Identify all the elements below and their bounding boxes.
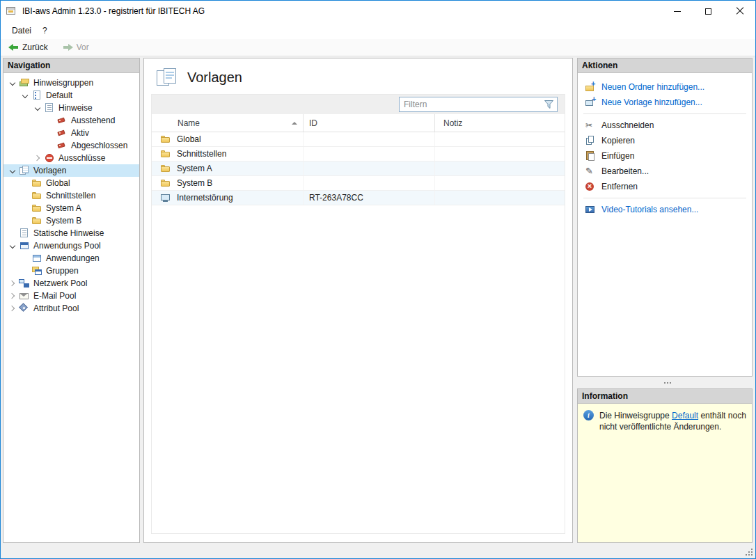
resize-grip-icon[interactable] bbox=[751, 554, 753, 556]
action-neue-vorlage-hinzufuegen[interactable]: Neue Vorlage hinzufügen... bbox=[578, 95, 752, 110]
back-button[interactable]: Zurück bbox=[5, 42, 51, 53]
maximize-icon bbox=[705, 8, 711, 15]
cell-name: System B bbox=[152, 176, 304, 190]
sidebar-item-e-mail-pool[interactable]: E-Mail Pool bbox=[3, 290, 139, 302]
filter-funnel-icon[interactable] bbox=[544, 100, 554, 109]
tree-expand-arrow-icon[interactable] bbox=[19, 265, 31, 277]
action-icon bbox=[585, 97, 596, 108]
sidebar-item-vorlagen[interactable]: Vorlagen bbox=[3, 164, 139, 177]
tree-expand-arrow-icon[interactable] bbox=[44, 139, 56, 152]
action-einfuegen[interactable]: Einfügen bbox=[578, 148, 752, 164]
menubar: Datei? bbox=[1, 22, 755, 39]
back-button-label: Zurück bbox=[22, 42, 48, 52]
tree-expand-arrow-icon[interactable] bbox=[19, 214, 31, 227]
sidebar-item-hinweisgruppen[interactable]: Hinweisgruppen bbox=[3, 77, 139, 89]
cell-name: Internetstörung bbox=[152, 191, 304, 205]
tree-expand-arrow-icon[interactable] bbox=[44, 127, 56, 139]
tree-expand-arrow-icon[interactable] bbox=[6, 290, 19, 302]
tree-item-icon bbox=[19, 77, 30, 88]
cell-notiz bbox=[435, 191, 565, 205]
app-window: { "colors": { "window_border": "#1883d7"… bbox=[0, 0, 756, 559]
tree-item-label: Ausstehend bbox=[71, 116, 115, 125]
forward-button[interactable]: Vor bbox=[59, 42, 92, 53]
maximize-button[interactable] bbox=[693, 1, 724, 22]
tree-expand-arrow-icon[interactable] bbox=[31, 152, 44, 164]
content-area: Navigation Hinweisgruppen Default Hinwei… bbox=[1, 56, 755, 544]
default-group-link[interactable]: Default bbox=[672, 411, 698, 420]
app-icon bbox=[6, 6, 17, 17]
filter-input[interactable] bbox=[400, 98, 544, 111]
sidebar-item-global[interactable]: Global bbox=[3, 177, 139, 189]
tree-item-label: Vorlagen bbox=[33, 166, 66, 175]
tree-expand-arrow-icon[interactable] bbox=[31, 102, 44, 114]
sidebar-item-system-b[interactable]: System B bbox=[3, 214, 139, 227]
action-icon bbox=[585, 204, 596, 215]
tree-item-icon bbox=[19, 303, 30, 314]
cell-name-text: Schnittstellen bbox=[177, 149, 226, 159]
tree-expand-arrow-icon[interactable] bbox=[44, 114, 56, 127]
tree-expand-arrow-icon[interactable] bbox=[19, 189, 31, 202]
sidebar-item-statische-hinweise[interactable]: Statische Hinweise bbox=[3, 227, 139, 239]
column-header-notiz[interactable]: Notiz bbox=[435, 114, 565, 132]
menu-item-help[interactable]: ? bbox=[37, 24, 53, 38]
sidebar-item-schnittstellen[interactable]: Schnittstellen bbox=[3, 189, 139, 202]
action-label: Neue Vorlage hinzufügen... bbox=[601, 97, 702, 107]
column-header-name[interactable]: Name bbox=[152, 114, 304, 132]
action-label: Entfernen bbox=[601, 182, 638, 191]
tree-item-label: Anwendungen bbox=[46, 253, 100, 263]
info-icon bbox=[583, 410, 594, 421]
sidebar-item-hinweise[interactable]: Hinweise bbox=[3, 102, 139, 114]
sidebar-item-default[interactable]: Default bbox=[3, 89, 139, 102]
tree-item-icon bbox=[56, 140, 68, 151]
sidebar-item-anwendungen[interactable]: Anwendungen bbox=[3, 252, 139, 265]
tree-item-label: System A bbox=[46, 203, 81, 213]
minimize-icon bbox=[674, 11, 681, 12]
tree-expand-arrow-icon[interactable] bbox=[6, 164, 19, 177]
column-header-id[interactable]: ID bbox=[304, 114, 435, 132]
action-icon bbox=[585, 150, 596, 162]
panel-splitter[interactable] bbox=[577, 377, 753, 388]
table-row[interactable]: System B bbox=[152, 176, 565, 191]
cell-notiz bbox=[435, 147, 565, 161]
table-row[interactable]: Global bbox=[152, 132, 565, 147]
sidebar-item-ausstehend[interactable]: Ausstehend bbox=[3, 114, 139, 127]
action-ausschneiden[interactable]: Ausschneiden bbox=[578, 118, 752, 133]
action-neuen-ordner-hinzufuegen[interactable]: Neuen Ordner hinzufügen... bbox=[578, 79, 752, 95]
action-video-tutorials-ansehen[interactable]: Video-Tutorials ansehen... bbox=[578, 202, 752, 217]
information-panel-header: Information bbox=[578, 389, 752, 404]
tree-expand-arrow-icon[interactable] bbox=[6, 227, 19, 239]
sidebar-item-anwendungs-pool[interactable]: Anwendungs Pool bbox=[3, 239, 139, 252]
tree-item-icon bbox=[56, 115, 68, 126]
action-icon bbox=[585, 81, 596, 93]
tree-expand-arrow-icon[interactable] bbox=[19, 177, 31, 189]
close-button[interactable] bbox=[724, 1, 755, 22]
action-kopieren[interactable]: Kopieren bbox=[578, 133, 752, 148]
tree-expand-arrow-icon[interactable] bbox=[19, 252, 31, 265]
cell-name: Schnittstellen bbox=[152, 147, 304, 161]
table-row[interactable]: Internetstörung RT-263A78CC bbox=[152, 191, 565, 205]
menu-item-datei[interactable]: Datei bbox=[6, 24, 37, 38]
sidebar-item-aktiv[interactable]: Aktiv bbox=[3, 127, 139, 139]
tree-item-label: E-Mail Pool bbox=[33, 291, 76, 301]
tree-expand-arrow-icon[interactable] bbox=[19, 89, 31, 102]
action-bearbeiten[interactable]: Bearbeiten... bbox=[578, 164, 752, 179]
sidebar-item-netzwerk-pool[interactable]: Netzwerk Pool bbox=[3, 277, 139, 290]
tree-expand-arrow-icon[interactable] bbox=[19, 202, 31, 214]
action-label: Video-Tutorials ansehen... bbox=[601, 205, 698, 214]
tree-expand-arrow-icon[interactable] bbox=[6, 277, 19, 290]
tree-expand-arrow-icon[interactable] bbox=[6, 239, 19, 252]
tree-expand-arrow-icon[interactable] bbox=[6, 77, 19, 89]
information-text: Die Hinweisgruppe Default enthält noch n… bbox=[599, 410, 746, 432]
action-entfernen[interactable]: Entfernen bbox=[578, 179, 752, 194]
sidebar-item-attribut-pool[interactable]: Attribut Pool bbox=[3, 302, 139, 315]
table-row[interactable]: System A bbox=[152, 162, 565, 176]
tree-expand-arrow-icon[interactable] bbox=[6, 302, 19, 315]
right-column: Aktionen Neuen Ordner hinzufügen... Neue… bbox=[577, 58, 753, 543]
sidebar-item-gruppen[interactable]: Gruppen bbox=[3, 265, 139, 277]
minimize-button[interactable] bbox=[661, 1, 693, 22]
actions-separator bbox=[583, 113, 746, 114]
table-row[interactable]: Schnittstellen bbox=[152, 147, 565, 162]
sidebar-item-ausschluesse[interactable]: Ausschlüsse bbox=[3, 152, 139, 164]
sidebar-item-system-a[interactable]: System A bbox=[3, 202, 139, 214]
sidebar-item-abgeschlossen[interactable]: Abgeschlossen bbox=[3, 139, 139, 152]
